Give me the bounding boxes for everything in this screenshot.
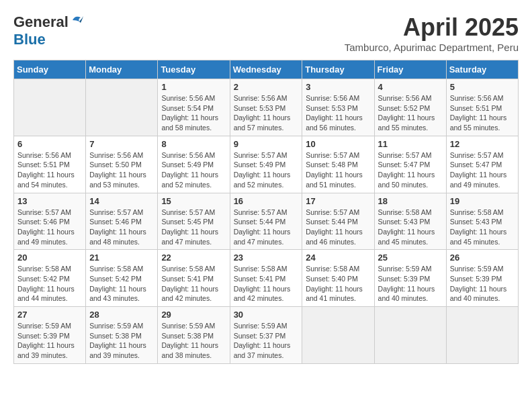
calendar-day-cell: 30Sunrise: 5:59 AM Sunset: 5:37 PM Dayli…: [230, 307, 302, 364]
day-number: 27: [17, 310, 82, 320]
day-info: Sunrise: 5:58 AM Sunset: 5:41 PM Dayligh…: [161, 264, 226, 304]
day-info: Sunrise: 5:59 AM Sunset: 5:39 PM Dayligh…: [17, 321, 82, 361]
calendar-day-cell: 11Sunrise: 5:57 AM Sunset: 5:47 PM Dayli…: [374, 136, 446, 193]
calendar-day-cell: 10Sunrise: 5:57 AM Sunset: 5:48 PM Dayli…: [302, 136, 374, 193]
day-info: Sunrise: 5:59 AM Sunset: 5:39 PM Dayligh…: [378, 264, 443, 304]
calendar-day-cell: 25Sunrise: 5:59 AM Sunset: 5:39 PM Dayli…: [374, 250, 446, 307]
day-info: Sunrise: 5:58 AM Sunset: 5:43 PM Dayligh…: [450, 208, 515, 247]
day-info: Sunrise: 5:56 AM Sunset: 5:51 PM Dayligh…: [17, 150, 82, 190]
day-number: 22: [161, 253, 226, 263]
calendar-day-cell: 8Sunrise: 5:56 AM Sunset: 5:49 PM Daylig…: [158, 136, 230, 193]
calendar-day-cell: 28Sunrise: 5:59 AM Sunset: 5:38 PM Dayli…: [86, 307, 158, 364]
day-number: 7: [89, 139, 154, 149]
day-number: 30: [234, 310, 299, 320]
day-number: 6: [17, 139, 82, 149]
logo: General Blue: [13, 13, 85, 48]
day-info: Sunrise: 5:58 AM Sunset: 5:41 PM Dayligh…: [234, 264, 299, 304]
calendar-day-cell: [374, 307, 446, 364]
logo-bird-icon: [70, 13, 85, 28]
day-info: Sunrise: 5:56 AM Sunset: 5:52 PM Dayligh…: [378, 93, 443, 133]
calendar-title: April 2025: [345, 13, 519, 42]
weekday-header-monday: Monday: [86, 60, 158, 79]
calendar-week-row: 1Sunrise: 5:56 AM Sunset: 5:54 PM Daylig…: [14, 79, 519, 136]
calendar-subtitle: Tamburco, Apurimac Department, Peru: [345, 42, 519, 53]
calendar-week-row: 27Sunrise: 5:59 AM Sunset: 5:39 PM Dayli…: [14, 307, 519, 364]
day-number: 18: [378, 196, 443, 206]
calendar-day-cell: 19Sunrise: 5:58 AM Sunset: 5:43 PM Dayli…: [446, 193, 518, 250]
weekday-header-tuesday: Tuesday: [158, 60, 230, 79]
day-info: Sunrise: 5:57 AM Sunset: 5:44 PM Dayligh…: [234, 208, 299, 247]
day-info: Sunrise: 5:56 AM Sunset: 5:53 PM Dayligh…: [234, 93, 299, 133]
calendar-day-cell: 14Sunrise: 5:57 AM Sunset: 5:46 PM Dayli…: [86, 193, 158, 250]
calendar-day-cell: [446, 307, 518, 364]
calendar-week-row: 20Sunrise: 5:58 AM Sunset: 5:42 PM Dayli…: [14, 250, 519, 307]
title-block: April 2025 Tamburco, Apurimac Department…: [345, 13, 519, 53]
day-info: Sunrise: 5:56 AM Sunset: 5:50 PM Dayligh…: [89, 150, 154, 190]
calendar-day-cell: 27Sunrise: 5:59 AM Sunset: 5:39 PM Dayli…: [14, 307, 86, 364]
day-info: Sunrise: 5:58 AM Sunset: 5:42 PM Dayligh…: [17, 264, 82, 304]
weekday-header-friday: Friday: [374, 60, 446, 79]
day-info: Sunrise: 5:57 AM Sunset: 5:48 PM Dayligh…: [306, 150, 370, 190]
calendar-table: SundayMondayTuesdayWednesdayThursdayFrid…: [13, 60, 519, 364]
calendar-week-row: 6Sunrise: 5:56 AM Sunset: 5:51 PM Daylig…: [14, 136, 519, 193]
weekday-header-thursday: Thursday: [302, 60, 374, 79]
calendar-day-cell: [14, 79, 86, 136]
calendar-day-cell: 2Sunrise: 5:56 AM Sunset: 5:53 PM Daylig…: [230, 79, 302, 136]
calendar-day-cell: 3Sunrise: 5:56 AM Sunset: 5:53 PM Daylig…: [302, 79, 374, 136]
weekday-header-sunday: Sunday: [14, 60, 86, 79]
day-number: 26: [450, 253, 515, 263]
calendar-day-cell: 12Sunrise: 5:57 AM Sunset: 5:47 PM Dayli…: [446, 136, 518, 193]
day-number: 14: [89, 196, 154, 206]
calendar-day-cell: 26Sunrise: 5:59 AM Sunset: 5:39 PM Dayli…: [446, 250, 518, 307]
calendar-day-cell: 5Sunrise: 5:56 AM Sunset: 5:51 PM Daylig…: [446, 79, 518, 136]
calendar-day-cell: 18Sunrise: 5:58 AM Sunset: 5:43 PM Dayli…: [374, 193, 446, 250]
day-info: Sunrise: 5:58 AM Sunset: 5:42 PM Dayligh…: [89, 264, 154, 304]
day-number: 25: [378, 253, 443, 263]
day-number: 19: [450, 196, 515, 206]
day-info: Sunrise: 5:56 AM Sunset: 5:49 PM Dayligh…: [161, 150, 226, 190]
day-info: Sunrise: 5:59 AM Sunset: 5:38 PM Dayligh…: [161, 321, 226, 361]
weekday-header-saturday: Saturday: [446, 60, 518, 79]
day-number: 4: [378, 82, 443, 92]
calendar-day-cell: 9Sunrise: 5:57 AM Sunset: 5:49 PM Daylig…: [230, 136, 302, 193]
logo-blue-text: Blue: [13, 31, 46, 48]
day-info: Sunrise: 5:57 AM Sunset: 5:46 PM Dayligh…: [89, 208, 154, 247]
calendar-day-cell: 6Sunrise: 5:56 AM Sunset: 5:51 PM Daylig…: [14, 136, 86, 193]
calendar-day-cell: 29Sunrise: 5:59 AM Sunset: 5:38 PM Dayli…: [158, 307, 230, 364]
weekday-header-wednesday: Wednesday: [230, 60, 302, 79]
calendar-day-cell: 7Sunrise: 5:56 AM Sunset: 5:50 PM Daylig…: [86, 136, 158, 193]
day-info: Sunrise: 5:59 AM Sunset: 5:37 PM Dayligh…: [234, 321, 299, 361]
day-number: 3: [306, 82, 370, 92]
day-info: Sunrise: 5:57 AM Sunset: 5:47 PM Dayligh…: [450, 150, 515, 190]
day-number: 2: [234, 82, 299, 92]
day-number: 28: [89, 310, 154, 320]
day-number: 1: [161, 82, 226, 92]
calendar-day-cell: 16Sunrise: 5:57 AM Sunset: 5:44 PM Dayli…: [230, 193, 302, 250]
day-number: 9: [234, 139, 299, 149]
day-number: 15: [161, 196, 226, 206]
day-info: Sunrise: 5:58 AM Sunset: 5:40 PM Dayligh…: [306, 264, 370, 304]
day-info: Sunrise: 5:56 AM Sunset: 5:53 PM Dayligh…: [306, 93, 370, 133]
calendar-day-cell: 23Sunrise: 5:58 AM Sunset: 5:41 PM Dayli…: [230, 250, 302, 307]
day-info: Sunrise: 5:59 AM Sunset: 5:38 PM Dayligh…: [89, 321, 154, 361]
calendar-day-cell: 17Sunrise: 5:57 AM Sunset: 5:44 PM Dayli…: [302, 193, 374, 250]
day-number: 17: [306, 196, 370, 206]
day-info: Sunrise: 5:59 AM Sunset: 5:39 PM Dayligh…: [450, 264, 515, 304]
calendar-day-cell: 20Sunrise: 5:58 AM Sunset: 5:42 PM Dayli…: [14, 250, 86, 307]
calendar-day-cell: 21Sunrise: 5:58 AM Sunset: 5:42 PM Dayli…: [86, 250, 158, 307]
calendar-day-cell: 24Sunrise: 5:58 AM Sunset: 5:40 PM Dayli…: [302, 250, 374, 307]
calendar-day-cell: 15Sunrise: 5:57 AM Sunset: 5:45 PM Dayli…: [158, 193, 230, 250]
day-number: 11: [378, 139, 443, 149]
logo-general-text: General: [13, 13, 69, 31]
weekday-header-row: SundayMondayTuesdayWednesdayThursdayFrid…: [14, 60, 519, 79]
day-number: 21: [89, 253, 154, 263]
day-info: Sunrise: 5:58 AM Sunset: 5:43 PM Dayligh…: [378, 208, 443, 247]
calendar-day-cell: 22Sunrise: 5:58 AM Sunset: 5:41 PM Dayli…: [158, 250, 230, 307]
day-number: 20: [17, 253, 82, 263]
calendar-day-cell: 1Sunrise: 5:56 AM Sunset: 5:54 PM Daylig…: [158, 79, 230, 136]
calendar-day-cell: 4Sunrise: 5:56 AM Sunset: 5:52 PM Daylig…: [374, 79, 446, 136]
calendar-day-cell: [302, 307, 374, 364]
day-info: Sunrise: 5:56 AM Sunset: 5:51 PM Dayligh…: [450, 93, 515, 133]
day-number: 12: [450, 139, 515, 149]
calendar-day-cell: 13Sunrise: 5:57 AM Sunset: 5:46 PM Dayli…: [14, 193, 86, 250]
